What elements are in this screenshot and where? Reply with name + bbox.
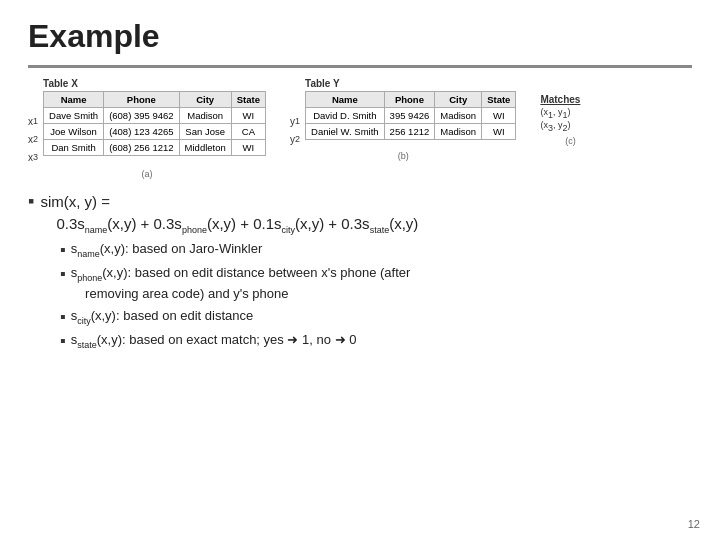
sub-bullet-1: ▪ sname(x,y): based on Jaro-Winkler bbox=[60, 240, 692, 260]
sub-bullet-text-4: sstate(x,y): based on exact match; yes ➜… bbox=[71, 331, 357, 351]
page-title: Example bbox=[28, 18, 692, 55]
cell-x2-state: CA bbox=[231, 124, 265, 140]
sim-formula-line2: 0.3sname(x,y) + 0.3sphone(x,y) + 0.1scit… bbox=[56, 215, 418, 232]
cell-y1-city: Madison bbox=[435, 108, 482, 124]
sub-bullet-char-4: ▪ bbox=[60, 331, 66, 350]
tables-area: x1 x2 x3 Table X Name Phone City State bbox=[28, 78, 692, 179]
cell-y1-name: David D. Smith bbox=[306, 108, 385, 124]
match-item-2: (x3, y2) bbox=[540, 120, 600, 133]
table-row: David D. Smith 395 9426 Madison WI bbox=[306, 108, 516, 124]
sub-bullet-text-3: scity(x,y): based on edit distance bbox=[71, 307, 254, 327]
table-y-header-city: City bbox=[435, 92, 482, 108]
table-row: Dan Smith (608) 256 1212 Middleton WI bbox=[44, 140, 266, 156]
table-y-header-phone: Phone bbox=[384, 92, 435, 108]
row-label-x1: x1 bbox=[28, 112, 41, 130]
row-label-y2: y2 bbox=[290, 130, 303, 148]
cell-x2-city: San Jose bbox=[179, 124, 231, 140]
table-x-header-city: City bbox=[179, 92, 231, 108]
sub-bullet-4: ▪ sstate(x,y): based on exact match; yes… bbox=[60, 331, 692, 351]
matches-label: Matches bbox=[540, 94, 600, 105]
table-y-label: Table Y bbox=[305, 78, 516, 89]
cell-x3-state: WI bbox=[231, 140, 265, 156]
row-label-y1: y1 bbox=[290, 112, 303, 130]
sub-bullet-char-1: ▪ bbox=[60, 240, 66, 259]
table-y-row-labels: y1 y2 bbox=[290, 78, 303, 148]
table-x-header-phone: Phone bbox=[104, 92, 179, 108]
sub-bullet-text-1: sname(x,y): based on Jaro-Winkler bbox=[71, 240, 263, 260]
cell-x1-phone: (608) 395 9462 bbox=[104, 108, 179, 124]
table-y: Table Y Name Phone City State bbox=[305, 78, 516, 140]
bullet-char-main: ▪ bbox=[28, 191, 34, 213]
table-y-header-state: State bbox=[482, 92, 516, 108]
table-x-header-state: State bbox=[231, 92, 265, 108]
sub-bullet-char-3: ▪ bbox=[60, 307, 66, 326]
cell-y1-phone: 395 9426 bbox=[384, 108, 435, 124]
table-x-label: Table X bbox=[43, 78, 266, 89]
table-x-header-name: Name bbox=[44, 92, 104, 108]
row-label-x2: x2 bbox=[28, 130, 41, 148]
cell-x3-phone: (608) 256 1212 bbox=[104, 140, 179, 156]
table-row: Dave Smith (608) 395 9462 Madison WI bbox=[44, 108, 266, 124]
table-x: Table X Name Phone City State bbox=[43, 78, 266, 156]
divider bbox=[28, 65, 692, 68]
sub-bullet-2: ▪ sphone(x,y): based on edit distance be… bbox=[60, 264, 692, 302]
cell-x1-state: WI bbox=[231, 108, 265, 124]
sub-bullet-text-2: sphone(x,y): based on edit distance betw… bbox=[71, 264, 411, 302]
table-x-content: Name Phone City State Dave Smith (608) 3… bbox=[43, 91, 266, 156]
table-row: Daniel W. Smith 256 1212 Madison WI bbox=[306, 124, 516, 140]
sub-label-b: (b) bbox=[290, 151, 516, 161]
table-y-header-name: Name bbox=[306, 92, 385, 108]
sub-bullet-3: ▪ scity(x,y): based on edit distance bbox=[60, 307, 692, 327]
row-label-x3: x3 bbox=[28, 148, 41, 166]
cell-y1-state: WI bbox=[482, 108, 516, 124]
sim-formula-line1: sim(x, y) = bbox=[40, 193, 110, 210]
cell-x2-phone: (408) 123 4265 bbox=[104, 124, 179, 140]
cell-x1-city: Madison bbox=[179, 108, 231, 124]
match-item-1: (x1, y1) bbox=[540, 107, 600, 120]
cell-x3-city: Middleton bbox=[179, 140, 231, 156]
page-number: 12 bbox=[688, 518, 700, 530]
cell-x1-name: Dave Smith bbox=[44, 108, 104, 124]
sub-label-c: (c) bbox=[540, 136, 600, 146]
sub-bullet-char-2: ▪ bbox=[60, 264, 66, 283]
table-y-content: Name Phone City State David D. Smith 395… bbox=[305, 91, 516, 140]
table-row: Joe Wilson (408) 123 4265 San Jose CA bbox=[44, 124, 266, 140]
cell-y2-city: Madison bbox=[435, 124, 482, 140]
table-x-row-labels: x1 x2 x3 bbox=[28, 78, 41, 166]
cell-y2-state: WI bbox=[482, 124, 516, 140]
cell-x2-name: Joe Wilson bbox=[44, 124, 104, 140]
cell-y2-name: Daniel W. Smith bbox=[306, 124, 385, 140]
sub-label-a: (a) bbox=[28, 169, 266, 179]
content-area: ▪ sim(x, y) = 0.3sname(x,y) + 0.3sphone(… bbox=[28, 191, 692, 526]
cell-y2-phone: 256 1212 bbox=[384, 124, 435, 140]
cell-x3-name: Dan Smith bbox=[44, 140, 104, 156]
main-bullet: ▪ sim(x, y) = 0.3sname(x,y) + 0.3sphone(… bbox=[28, 191, 692, 236]
